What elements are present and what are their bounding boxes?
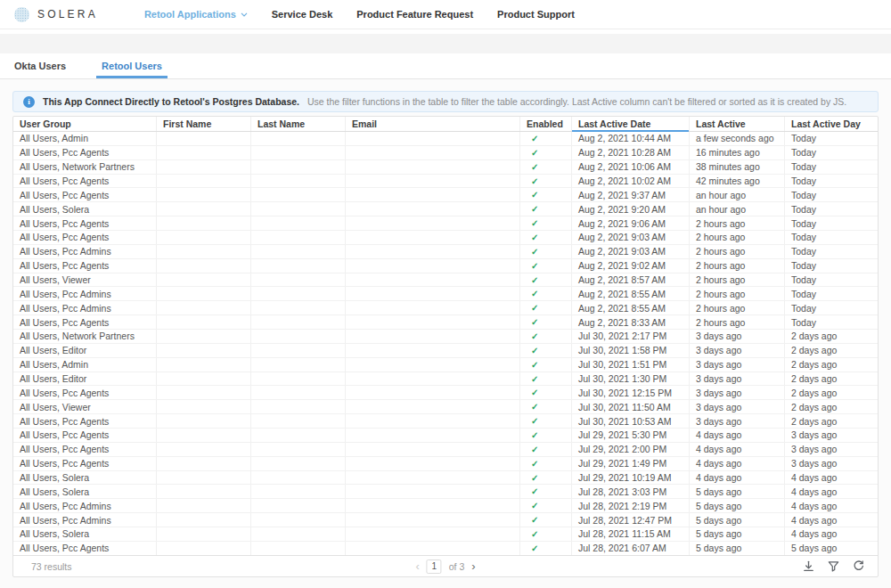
cell-email: [346, 372, 520, 386]
cell-last-active-day: 4 days ago: [785, 513, 878, 527]
cell-user-group: All Users, Viewer: [13, 400, 157, 413]
cell-email: [346, 330, 520, 343]
cell-last-name: [251, 344, 346, 357]
cell-last-active-day: 4 days ago: [785, 527, 878, 541]
solera-logo[interactable]: SOLERA: [14, 7, 98, 22]
table-row[interactable]: All Users, Pcc Agents ✓ Jul 29, 2021 5:3…: [13, 429, 878, 443]
filter-icon[interactable]: [827, 559, 840, 573]
table-row[interactable]: All Users, Network Partners ✓ Jul 30, 20…: [13, 330, 878, 344]
enabled-check-icon: ✓: [520, 274, 572, 287]
enabled-check-icon: ✓: [520, 358, 572, 372]
cell-last-active-date: Aug 2, 2021 9:02 AM: [572, 259, 690, 273]
table-row[interactable]: All Users, Pcc Agents ✓ Jul 30, 2021 10:…: [13, 414, 878, 429]
cell-user-group: All Users, Solera: [13, 527, 157, 541]
cell-email: [346, 414, 520, 428]
table-row[interactable]: All Users, Pcc Agents ✓ Aug 2, 2021 9:06…: [13, 216, 878, 231]
enabled-check-icon: ✓: [520, 527, 572, 541]
enabled-check-icon: ✓: [520, 202, 572, 216]
cell-user-group: All Users, Pcc Agents: [13, 231, 157, 244]
table-row[interactable]: All Users, Pcc Agents ✓ Aug 2, 2021 10:2…: [13, 146, 878, 160]
table-row[interactable]: All Users, Pcc Agents ✓ Aug 2, 2021 10:0…: [13, 175, 878, 189]
column-header-email[interactable]: Email: [346, 117, 520, 131]
cell-last-active-day: 2 days ago: [785, 386, 878, 399]
table-row[interactable]: All Users, Editor ✓ Jul 30, 2021 1:58 PM…: [13, 344, 878, 358]
table-row[interactable]: All Users, Viewer ✓ Aug 2, 2021 8:57 AM …: [13, 274, 878, 288]
cell-user-group: All Users, Editor: [13, 344, 157, 357]
cell-last-active: 2 hours ago: [690, 231, 785, 244]
next-page-button[interactable]: ›: [471, 560, 475, 572]
table-row[interactable]: All Users, Solera ✓ Jul 29, 2021 10:19 A…: [13, 471, 878, 486]
table-row[interactable]: All Users, Pcc Agents ✓ Jul 29, 2021 1:4…: [13, 457, 878, 471]
cell-email: [346, 485, 520, 498]
table-row[interactable]: All Users, Pcc Agents ✓ Aug 2, 2021 9:37…: [13, 188, 878, 202]
cell-email: [346, 542, 520, 555]
tab-retool-users[interactable]: Retool Users: [102, 53, 162, 78]
tab-okta-users[interactable]: Okta Users: [14, 53, 66, 78]
table-row[interactable]: All Users, Pcc Admins ✓ Jul 28, 2021 12:…: [13, 513, 878, 527]
column-header-last-active[interactable]: Last Active: [690, 117, 785, 131]
table-row[interactable]: All Users, Viewer ✓ Jul 30, 2021 11:50 A…: [13, 400, 878, 414]
cell-last-active-date: Jul 29, 2021 5:30 PM: [572, 429, 690, 442]
nav-item-retool-applications[interactable]: Retool Applications: [144, 9, 248, 20]
column-header-last-active-day[interactable]: Last Active Day: [785, 117, 878, 131]
table-row[interactable]: All Users, Pcc Admins ✓ Jul 28, 2021 2:1…: [13, 499, 878, 513]
cell-last-active-day: Today: [785, 146, 878, 159]
cell-first-name: [157, 274, 251, 287]
header-band: [0, 34, 891, 53]
nav-item-service-desk[interactable]: Service Desk: [272, 9, 333, 20]
table-row[interactable]: All Users, Pcc Agents ✓ Jul 28, 2021 6:0…: [13, 542, 878, 555]
cell-email: [346, 429, 520, 442]
table-row[interactable]: All Users, Pcc Admins ✓ Aug 2, 2021 8:55…: [13, 301, 878, 315]
cell-last-active: 4 days ago: [690, 443, 785, 456]
column-header-last-name[interactable]: Last Name: [251, 117, 346, 131]
nav-item-product-feature-request[interactable]: Product Feature Request: [356, 9, 473, 20]
nav-item-product-support[interactable]: Product Support: [497, 9, 575, 20]
cell-email: [346, 499, 520, 512]
table-row[interactable]: All Users, Solera ✓ Aug 2, 2021 9:20 AM …: [13, 202, 878, 216]
enabled-check-icon: ✓: [520, 457, 572, 470]
table-row[interactable]: All Users, Network Partners ✓ Aug 2, 202…: [13, 160, 878, 175]
column-header-user-group[interactable]: User Group: [13, 117, 157, 131]
cell-last-active: 3 days ago: [690, 344, 785, 357]
cell-email: [346, 344, 520, 357]
cell-last-active-day: Today: [785, 231, 878, 244]
download-icon[interactable]: [802, 559, 815, 573]
cell-last-active: 16 minutes ago: [690, 146, 785, 159]
cell-first-name: [157, 259, 251, 273]
solera-logo-text: SOLERA: [37, 8, 98, 20]
cell-user-group: All Users, Admin: [13, 358, 157, 372]
cell-email: [346, 160, 520, 174]
column-header-first-name[interactable]: First Name: [157, 117, 251, 131]
cell-email: [346, 175, 520, 188]
cell-email: [346, 216, 520, 230]
table-row[interactable]: All Users, Pcc Admins ✓ Aug 2, 2021 9:03…: [13, 245, 878, 259]
column-header-enabled[interactable]: Enabled: [520, 117, 572, 131]
cell-first-name: [157, 146, 251, 159]
page-number-input[interactable]: 1: [427, 559, 442, 574]
cell-user-group: All Users, Pcc Agents: [13, 216, 157, 230]
cell-email: [346, 132, 520, 145]
column-header-last-active-date[interactable]: Last Active Date: [572, 117, 690, 131]
table-row[interactable]: All Users, Pcc Agents ✓ Aug 2, 2021 9:03…: [13, 231, 878, 245]
enabled-check-icon: ✓: [520, 471, 572, 485]
cell-last-name: [251, 175, 346, 188]
table-row[interactable]: All Users, Pcc Agents ✓ Aug 2, 2021 9:02…: [13, 259, 878, 274]
cell-last-name: [251, 386, 346, 399]
table-row[interactable]: All Users, Pcc Agents ✓ Jul 29, 2021 2:0…: [13, 443, 878, 457]
cell-last-active-day: Today: [785, 287, 878, 300]
cell-last-name: [251, 146, 346, 159]
cell-first-name: [157, 443, 251, 456]
cell-last-active: 2 hours ago: [690, 274, 785, 287]
table-row[interactable]: All Users, Pcc Admins ✓ Aug 2, 2021 8:55…: [13, 287, 878, 301]
table-row[interactable]: All Users, Solera ✓ Jul 28, 2021 3:03 PM…: [13, 485, 878, 499]
table-row[interactable]: All Users, Editor ✓ Jul 30, 2021 1:30 PM…: [13, 372, 878, 387]
cell-last-active: 38 minutes ago: [690, 160, 785, 174]
enabled-check-icon: ✓: [520, 160, 572, 174]
table-row[interactable]: All Users, Admin ✓ Jul 30, 2021 1:51 PM …: [13, 358, 878, 372]
table-row[interactable]: All Users, Pcc Agents ✓ Aug 2, 2021 8:33…: [13, 315, 878, 330]
table-row[interactable]: All Users, Admin ✓ Aug 2, 2021 10:44 AM …: [13, 132, 878, 146]
table-row[interactable]: All Users, Solera ✓ Jul 28, 2021 11:15 A…: [13, 527, 878, 542]
cell-last-active-day: 2 days ago: [785, 400, 878, 413]
refresh-icon[interactable]: [852, 559, 865, 573]
table-row[interactable]: All Users, Pcc Agents ✓ Jul 30, 2021 12:…: [13, 386, 878, 400]
